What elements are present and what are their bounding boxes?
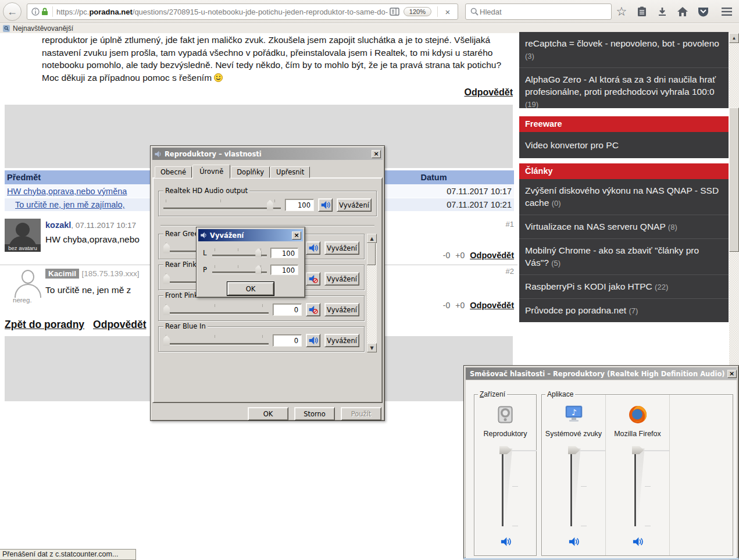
tab-levels[interactable]: Úrovně [192,165,230,179]
library-icon[interactable] [636,5,648,18]
mixer-channel-firefox: Mozilla Firefox [606,395,670,555]
reply-link-top[interactable]: Odpovědět [464,87,513,98]
volume-slider-firefox[interactable] [620,446,655,526]
cancel-button[interactable]: Storno [294,407,335,420]
system-sounds-icon[interactable]: ♪ [563,404,584,425]
info-icon[interactable] [31,5,40,18]
mute-toggle-button-muted[interactable] [306,272,320,286]
volume-slider-speakers[interactable] [488,446,523,526]
dialog-title: Vyvážení [210,231,244,240]
close-icon[interactable]: × [372,150,381,158]
question-text: reproduktor je úplně ztlumený, jde fakt … [42,34,514,84]
channel-name: Systémové zvuky [545,430,602,438]
close-icon[interactable]: × [727,370,737,378]
mute-speaker-button[interactable] [567,536,580,547]
sidebar-item[interactable]: Zvýšení diskového výkonu na NAS QNAP - S… [519,179,729,215]
ok-button[interactable]: OK [248,407,288,420]
sidebar-item[interactable]: Mobilný Chrome - ako sa zbaviť "články p… [519,239,729,275]
mute-toggle-button[interactable] [306,334,320,347]
downloads-icon[interactable] [656,5,669,18]
thread-subject-link[interactable]: To určitě ne, jen mě zajímalo, [15,200,125,209]
ok-button[interactable]: OK [227,282,274,295]
back-button[interactable]: ← [3,2,22,21]
author-name[interactable]: kozakl [45,220,71,230]
sidebar-item[interactable]: Průvodce po poradna.net (7) [519,299,729,322]
channel-slider[interactable] [163,304,269,316]
pocket-icon[interactable] [697,5,709,18]
home-icon[interactable] [676,5,689,18]
balance-button[interactable]: Vyvážení [324,241,359,255]
balance-button[interactable]: Vyvážení [324,303,359,316]
reply-link-post2[interactable]: Odpovědět [470,301,514,310]
right-balance-slider[interactable] [212,265,267,275]
scroll-down-arrow[interactable]: ▼ [367,343,377,352]
left-balance-value[interactable]: 100 [270,248,298,258]
dialog-titlebar[interactable]: Reproduktory – vlastnosti × [152,148,383,160]
firefox-icon[interactable] [627,404,648,425]
channel-scrollbar[interactable]: ▲ ▼ [367,234,377,352]
sidebar-item[interactable]: Virtualizace na NAS serveru QNAP (8) [519,215,729,239]
scroll-up-arrow[interactable]: ▲ [729,33,739,43]
zoom-level-badge[interactable]: 120% [404,7,431,16]
speaker-icon [320,200,330,210]
sidebar-item[interactable]: Video konvertor pro PC [519,132,729,158]
mute-toggle-button-muted[interactable] [306,303,320,316]
volume-mixer-window: Směšovač hlasitosti – Reproduktory (Real… [463,365,739,559]
vote-down-count[interactable]: -0 [443,251,450,260]
channel-value[interactable]: 0 [273,334,302,347]
back-to-forum-link[interactable]: Zpět do poradny [5,319,84,331]
mute-toggle-button[interactable] [318,198,333,212]
tab-advanced[interactable]: Upřesnit [270,166,310,178]
channel-group-front-pink-in: Front Pink In 0 Vyvážení [158,295,365,321]
url-bar[interactable]: https://pc. poradna.net /questions/27089… [27,3,458,20]
mute-speaker-button[interactable] [631,536,644,547]
mute-toggle-button[interactable] [306,241,320,255]
speakers-device-icon[interactable] [495,404,516,425]
post-votes: -0 +0 Odpovědět [443,251,514,260]
scrollbar-thumb[interactable] [367,243,376,265]
thread-subject-link[interactable]: HW chyba,oprava,nebo výměna [7,187,127,196]
vote-down-count[interactable]: -0 [443,301,450,310]
apply-button[interactable]: Použít [341,407,381,420]
master-volume-value[interactable]: 100 [285,199,314,211]
search-box[interactable] [465,3,612,20]
sidebar-item[interactable]: RaspberryPi s KODI jako HTPC (22) [519,275,729,299]
scroll-up-arrow[interactable]: ▲ [367,234,377,243]
left-balance-slider[interactable] [212,248,267,258]
tab-general[interactable]: Obecné [155,166,192,178]
reply-link-bottom[interactable]: Odpovědět [93,319,146,331]
sidebar-item[interactable]: reCaptcha = človek - nepovoleno, bot - p… [519,32,729,68]
vote-up-count[interactable]: +0 [455,301,465,310]
close-icon[interactable]: × [292,231,301,240]
secure-lock-icon[interactable] [40,5,49,18]
mixer-channel-speakers: Reproduktory [474,395,536,555]
channel-group-rear-blue-in: Rear Blue In 0 Vyvážení [158,326,365,352]
bookmarks-item-most-visited[interactable]: Nejnavštěvovanější [13,24,73,33]
scrollbar-thumb[interactable] [729,108,739,252]
bookmark-star-icon[interactable]: ☆ [615,5,628,18]
menu-icon[interactable] [720,5,733,18]
search-input[interactable] [480,8,608,16]
reply-link-post1[interactable]: Odpovědět [470,251,514,260]
mixer-empty-column [670,395,733,555]
balance-button[interactable]: Vyvážení [324,334,359,347]
balance-button[interactable]: Vyvážení [337,198,372,212]
stop-icon[interactable]: × [441,5,454,18]
mute-speaker-button[interactable] [499,536,512,547]
balance-button[interactable]: Vyvážení [324,272,359,286]
volume-slider-system-sounds[interactable] [556,446,591,526]
dialog-titlebar[interactable]: Vyvážení × [198,229,303,241]
author-name[interactable]: Kacimil [45,269,79,279]
vote-up-count[interactable]: +0 [455,251,465,260]
mixer-titlebar[interactable]: Směšovač hlasitosti – Reproduktory (Real… [466,368,737,380]
sidebar-item[interactable]: AlphaGo Zero - AI ktorá sa za 3 dni nauč… [519,68,729,108]
channel-value[interactable]: 0 [273,304,302,316]
channel-name: Reproduktory [483,430,527,438]
panel-separator [160,225,374,226]
reader-mode-icon[interactable] [388,5,401,18]
master-volume-slider[interactable] [163,199,281,212]
speaker-icon [200,231,208,239]
tab-enhancements[interactable]: Doplňky [231,166,270,178]
channel-slider[interactable] [163,334,269,347]
right-balance-value[interactable]: 100 [270,265,298,275]
